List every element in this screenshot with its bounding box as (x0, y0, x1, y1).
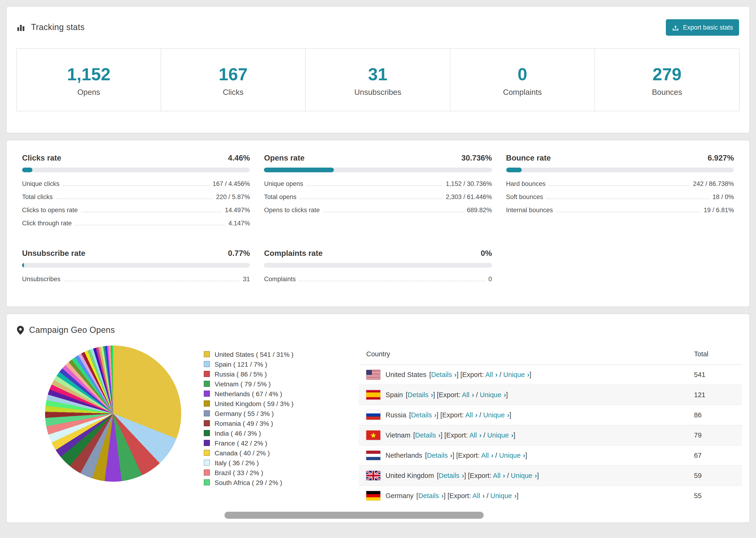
chevron-right-icon: › (491, 452, 494, 459)
export-label: Export: (462, 371, 484, 378)
export-all-link-label: All (465, 411, 473, 419)
stat-value: 31 (306, 65, 450, 84)
details-link[interactable]: Details › (407, 391, 433, 399)
legend-item-india: India ( 46 / 3% ) (204, 428, 359, 438)
legend-label: Vietnam ( 79 / 5% ) (215, 380, 271, 388)
separator: / (499, 371, 501, 378)
country-name: Vietnam (386, 431, 410, 439)
legend-label: Romania ( 49 / 3% ) (215, 419, 273, 427)
export-unique-link-label: Unique (490, 492, 512, 500)
rate-value: 0.77% (228, 249, 250, 258)
export-label: Export: (458, 452, 480, 459)
rate-head: Clicks rate4.46% (22, 153, 250, 162)
legend-label: South Africa ( 29 / 2% ) (215, 479, 282, 486)
stat-row-label: Unique opens (264, 180, 303, 187)
bracket-close: ] (513, 431, 515, 439)
stat-row-value: 167 / 4.456% (213, 180, 250, 187)
pie-chart-area (14, 339, 204, 501)
chevron-right-icon: › (535, 472, 537, 479)
stat-row-value: 14.497% (225, 207, 250, 214)
stat-row-total-clicks: Total clicks220 / 5.87% (22, 190, 250, 203)
separator: / (476, 391, 478, 399)
flag-vn-icon (366, 430, 380, 440)
chevron-right-icon: › (514, 492, 517, 500)
legend-label: France ( 42 / 2% ) (215, 439, 267, 447)
export-unique-link[interactable]: Unique › (490, 492, 517, 500)
chevron-right-icon: › (475, 411, 477, 419)
stat-row-value: 220 / 5.87% (216, 193, 250, 200)
export-all-link[interactable]: All › (485, 371, 498, 378)
legend-item-russia: Russia ( 86 / 5% ) (204, 369, 359, 379)
stat-row-click-through-rate: Click through rate4.147% (22, 216, 250, 229)
export-all-link-label: All (469, 431, 477, 439)
total-cell: 59 (686, 465, 742, 486)
country-cell: United Kingdom [Details ›] [Export: All … (359, 465, 686, 486)
rate-title: Unsubscribe rate (22, 249, 85, 258)
stat-box-unsubscribes: 31Unsubscribes (305, 48, 450, 111)
export-all-link[interactable]: All › (465, 411, 477, 419)
details-link[interactable]: Details › (439, 472, 464, 479)
export-all-link[interactable]: All › (462, 391, 474, 399)
total-cell: 121 (686, 385, 742, 405)
stat-row-label: Opens to clicks rate (264, 207, 320, 214)
legend-label: Spain ( 121 / 7% ) (215, 360, 267, 368)
legend-label: United States ( 541 / 31% ) (215, 350, 294, 358)
details-link-label: Details (407, 391, 428, 399)
bracket-close: ] (516, 492, 518, 500)
details-link[interactable]: Details › (411, 411, 436, 419)
tracking-stats-title: Tracking stats (17, 23, 84, 32)
total-cell: 79 (686, 425, 742, 445)
legend-color-swatch (204, 420, 210, 426)
legend-color-swatch (204, 440, 210, 446)
legend-color-swatch (204, 430, 210, 436)
rate-panel-complaints-rate: Complaints rate0%Complaints0 (264, 243, 492, 285)
legend-label: Italy ( 36 / 2% ) (215, 459, 259, 466)
stat-row-complaints: Complaints0 (264, 272, 492, 285)
export-all-link[interactable]: All › (469, 431, 482, 439)
bracket-close: ] (525, 452, 527, 459)
bracket-open: [ (456, 452, 458, 459)
export-label: Export: (439, 391, 460, 399)
details-link[interactable]: Details › (427, 452, 453, 459)
rate-panel-unsubscribe-rate: Unsubscribe rate0.77%Unsubscribes31 (22, 243, 250, 285)
details-link[interactable]: Details › (431, 371, 457, 378)
geo-table-row-netherlands: Netherlands [Details ›] [Export: All › /… (359, 445, 742, 465)
export-unique-link[interactable]: Unique › (487, 431, 513, 439)
bracket-close: ] (537, 472, 539, 479)
export-all-link[interactable]: All › (493, 472, 505, 479)
horizontal-scrollbar-thumb[interactable] (225, 512, 484, 519)
legend-item-germany: Germany ( 55 / 3% ) (204, 408, 359, 418)
export-unique-link[interactable]: Unique › (480, 391, 506, 399)
export-basic-stats-button[interactable]: Export basic stats (666, 19, 739, 36)
dotted-leader (306, 186, 442, 186)
rates-row-1: Clicks rate4.46%Unique clicks167 / 4.456… (22, 148, 734, 229)
legend-color-swatch (204, 410, 210, 416)
geo-pie (45, 346, 181, 482)
details-link[interactable]: Details › (418, 492, 444, 500)
export-all-link[interactable]: All › (481, 452, 493, 459)
legend-item-united-states: United States ( 541 / 31% ) (204, 349, 359, 359)
export-button-label: Export basic stats (683, 24, 733, 31)
export-unique-link[interactable]: Unique › (499, 452, 525, 459)
export-all-link[interactable]: All › (472, 492, 485, 500)
export-unique-link[interactable]: Unique › (503, 371, 529, 378)
separator: / (495, 452, 497, 459)
rate-rows: Unique clicks167 / 4.456%Total clicks220… (22, 177, 250, 229)
export-unique-link[interactable]: Unique › (483, 411, 510, 419)
country-name: United Kingdom (386, 472, 434, 479)
progress-track (22, 263, 250, 268)
tracking-stats-card: Tracking stats Export basic stats 1,152O… (6, 6, 750, 133)
details-link[interactable]: Details › (415, 431, 441, 439)
export-unique-link[interactable]: Unique › (511, 472, 537, 479)
legend-item-romania: Romania ( 49 / 3% ) (204, 418, 359, 428)
country-name: Spain (386, 391, 403, 399)
bracket-close: ] (453, 452, 454, 459)
chevron-right-icon: › (441, 492, 444, 500)
stat-row-soft-bounces: Soft bounces18 / 0% (506, 190, 734, 203)
export-all-link-label: All (472, 492, 480, 500)
geo-table-column: Country Total United States [Details ›] … (359, 339, 742, 501)
rate-rows: Complaints0 (264, 272, 492, 285)
bracket-open: [ (416, 492, 418, 500)
bracket-close: ] (433, 391, 435, 399)
legend-color-swatch (204, 351, 210, 357)
